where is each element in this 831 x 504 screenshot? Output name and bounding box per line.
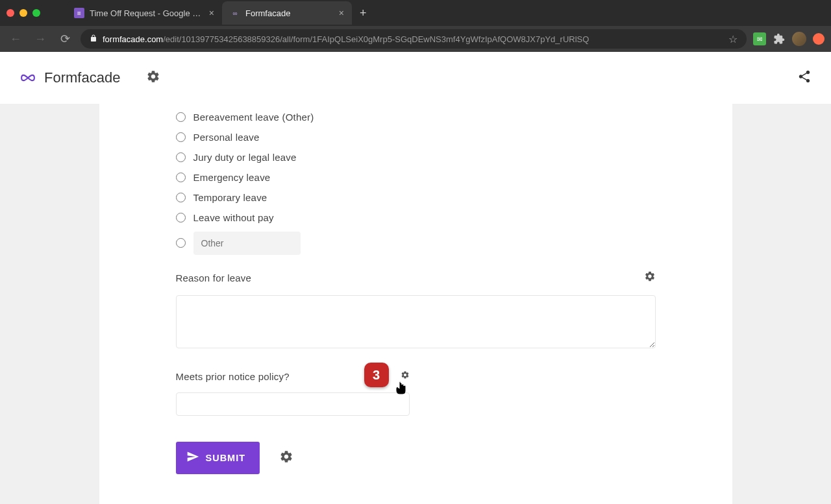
submit-button[interactable]: SUBMIT: [176, 442, 260, 474]
radio-label: Emergency leave: [193, 172, 271, 183]
close-icon[interactable]: ×: [209, 8, 214, 18]
radio-input[interactable]: [176, 173, 186, 182]
submit-settings-button[interactable]: [279, 450, 293, 466]
submit-row: SUBMIT: [176, 442, 656, 474]
radio-option-other[interactable]: [176, 235, 656, 251]
logo[interactable]: Formfacade: [19, 69, 120, 86]
prior-notice-input[interactable]: [176, 392, 410, 416]
radio-input[interactable]: [176, 132, 186, 142]
browser-chrome: ≡ Time Off Request - Google For × ∞ Form…: [0, 0, 831, 52]
radio-option[interactable]: Personal leave: [176, 129, 656, 145]
forward-button[interactable]: →: [31, 30, 49, 48]
radio-label: Leave without pay: [193, 212, 274, 223]
settings-button[interactable]: [146, 69, 160, 86]
reason-for-leave-field: Reason for leave: [176, 270, 656, 351]
close-icon[interactable]: ×: [339, 8, 344, 18]
radio-label: Temporary leave: [193, 192, 267, 203]
annotation-badge: 3: [364, 363, 389, 387]
radio-input[interactable]: [176, 238, 186, 248]
leave-type-radio-group: Bereavement leave (Other) Personal leave…: [176, 109, 656, 251]
form-canvas: Bereavement leave (Other) Personal leave…: [0, 104, 831, 504]
form-card: Bereavement leave (Other) Personal leave…: [99, 104, 732, 504]
field-label: Meets prior notice policy?: [176, 371, 290, 382]
new-tab-button[interactable]: +: [352, 1, 375, 25]
extension-badge-icon[interactable]: [813, 33, 825, 45]
radio-option[interactable]: Emergency leave: [176, 169, 656, 186]
mail-extension-icon[interactable]: ✉: [753, 32, 766, 45]
lock-icon: [90, 34, 97, 44]
radio-input[interactable]: [176, 152, 186, 162]
window-minimize-button[interactable]: [19, 9, 27, 17]
bookmark-star-icon[interactable]: ☆: [728, 33, 738, 45]
extension-icons: ✉: [753, 32, 825, 46]
extensions-icon[interactable]: [773, 32, 786, 45]
field-settings-button[interactable]: [644, 270, 656, 285]
submit-label: SUBMIT: [206, 453, 246, 463]
page: Formfacade Bereavement leave (Other) Per…: [0, 52, 831, 504]
brand-name: Formfacade: [44, 69, 120, 86]
gear-icon: [279, 450, 293, 464]
send-icon: [186, 450, 199, 466]
radio-option[interactable]: Temporary leave: [176, 189, 656, 206]
tab-bar: ≡ Time Off Request - Google For × ∞ Form…: [0, 0, 831, 26]
window-maximize-button[interactable]: [32, 9, 40, 17]
profile-avatar[interactable]: [792, 32, 806, 46]
back-button[interactable]: ←: [6, 30, 25, 48]
reason-textarea[interactable]: [176, 295, 656, 348]
radio-input[interactable]: [176, 112, 186, 122]
url-domain: formfacade.com: [103, 34, 163, 44]
share-button[interactable]: [797, 69, 812, 86]
annotation-callout: 3: [364, 363, 389, 387]
reload-button[interactable]: ⟳: [56, 30, 74, 48]
infinity-icon: [19, 73, 36, 82]
field-label: Reason for leave: [176, 272, 252, 283]
gear-icon: [644, 270, 656, 282]
url-bar[interactable]: formfacade.com/edit/10139775342563885932…: [81, 29, 747, 49]
prior-notice-field: Meets prior notice policy? 3: [176, 370, 410, 416]
radio-label: Bereavement leave (Other): [193, 112, 314, 123]
window-close-button[interactable]: [6, 9, 14, 17]
tab-title: Time Off Request - Google For: [90, 8, 204, 18]
radio-input[interactable]: [176, 213, 186, 222]
window-controls: [6, 9, 40, 17]
radio-label: Jury duty or legal leave: [193, 152, 297, 163]
share-icon: [797, 69, 812, 84]
app-header: Formfacade: [0, 52, 831, 104]
tab-formfacade[interactable]: ∞ Formfacade ×: [222, 1, 352, 25]
gear-icon: [401, 370, 410, 379]
radio-input[interactable]: [176, 193, 186, 202]
radio-label: Personal leave: [193, 132, 260, 143]
field-settings-button[interactable]: [401, 370, 410, 382]
formfacade-favicon: ∞: [230, 8, 240, 18]
other-text-input[interactable]: [193, 232, 301, 255]
tab-title: Formfacade: [245, 8, 334, 18]
url-path: /edit/101397753425638859326/all/form/1FA…: [163, 34, 589, 44]
tab-google-forms[interactable]: ≡ Time Off Request - Google For ×: [66, 1, 222, 25]
gear-icon: [146, 69, 160, 84]
radio-option[interactable]: Bereavement leave (Other): [176, 109, 656, 125]
tabs: ≡ Time Off Request - Google For × ∞ Form…: [66, 1, 375, 25]
url-bar-row: ← → ⟳ formfacade.com/edit/10139775342563…: [0, 26, 831, 52]
radio-option[interactable]: Leave without pay: [176, 210, 656, 226]
radio-option[interactable]: Jury duty or legal leave: [176, 149, 656, 165]
google-forms-favicon: ≡: [74, 8, 84, 18]
